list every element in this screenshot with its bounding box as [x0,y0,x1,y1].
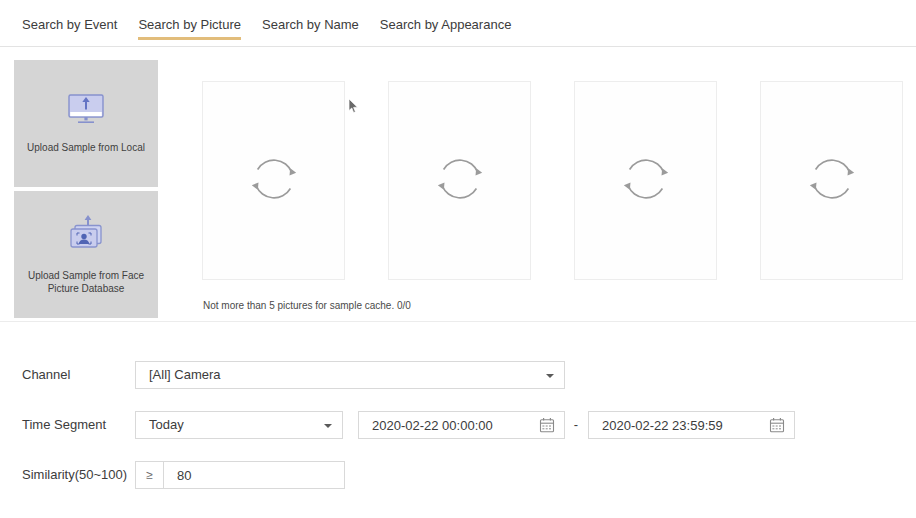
loading-refresh-icon [251,156,297,206]
time-preset-select[interactable]: Today [135,411,343,439]
loading-refresh-icon [623,156,669,206]
sample-picture-section: Upload Sample from Local Upload Sample f… [0,48,916,322]
greater-equal-operator: ≥ [135,461,164,489]
tab-search-by-event[interactable]: Search by Event [22,17,117,40]
loading-refresh-icon [437,156,483,206]
chevron-down-icon [324,424,332,428]
tab-search-by-name[interactable]: Search by Name [262,17,359,40]
search-tabs: Search by Event Search by Picture Search… [0,0,916,47]
face-picture-database-upload-icon [64,215,108,259]
sample-slot [202,81,345,280]
loading-refresh-icon [809,156,855,206]
similarity-label: Similarity(50~100) [22,461,127,489]
channel-select[interactable]: [All] Camera [135,361,565,389]
end-time-input[interactable] [588,411,795,439]
upload-sample-from-face-database-button[interactable]: Upload Sample from Face Picture Database [14,191,158,318]
similarity-input[interactable] [163,461,345,489]
end-time-calendar-icon[interactable] [769,417,785,433]
sample-slot [574,81,717,280]
sample-cache-note: Not more than 5 pictures for sample cach… [203,300,411,311]
sample-slot [388,81,531,280]
channel-select-value: [All] Camera [149,367,221,382]
sample-slot [760,81,903,280]
time-range-separator: - [569,411,583,439]
tab-search-by-appearance[interactable]: Search by Appearance [380,17,512,40]
time-segment-label: Time Segment [22,411,106,439]
start-time-input[interactable] [358,411,565,439]
tab-search-by-picture[interactable]: Search by Picture [138,17,241,40]
search-by-picture-screen: Search by Event Search by Picture Search… [0,0,916,518]
upload-panel: Upload Sample from Local Upload Sample f… [14,60,158,318]
upload-local-label: Upload Sample from Local [27,141,145,154]
time-preset-value: Today [149,417,184,432]
chevron-down-icon [546,374,554,378]
upload-sample-from-local-button[interactable]: Upload Sample from Local [14,60,158,187]
channel-label: Channel [22,361,70,389]
start-time-calendar-icon[interactable] [539,417,555,433]
upload-face-db-label-line2: Picture Database [48,282,125,295]
monitor-upload-icon [66,93,106,131]
upload-face-db-label-line1: Upload Sample from Face [28,269,144,282]
